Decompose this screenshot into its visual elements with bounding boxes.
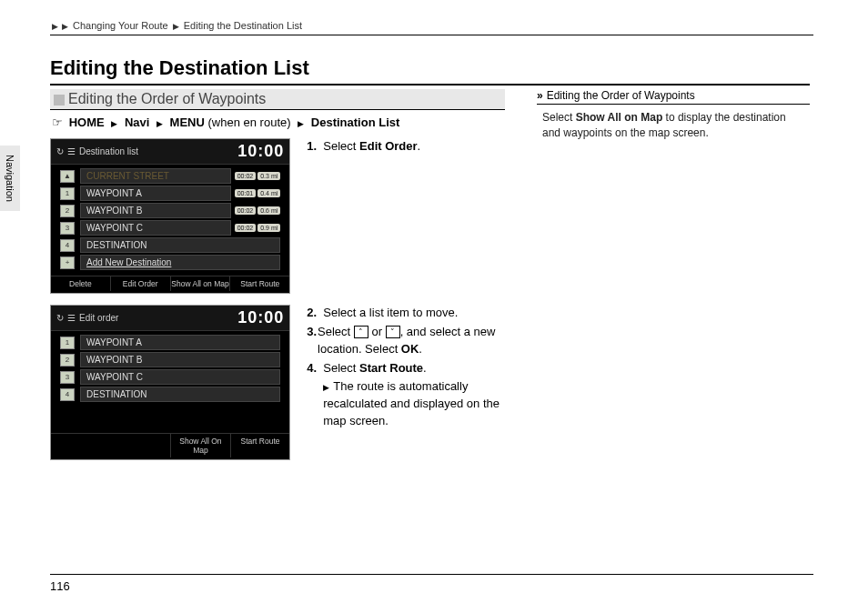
nav-path: HOME Navi MENU (when en route) Destinati… (52, 116, 505, 129)
back-icon: ↻ (56, 146, 64, 156)
btn-start-route: Start Route (231, 434, 290, 457)
header-rule (50, 35, 813, 35)
chevron-icon (323, 379, 333, 393)
row-num: 1 (60, 337, 75, 349)
instructions-1: 1. Select Edit Order. (290, 138, 505, 294)
breadcrumb: Changing Your Route Editing the Destinat… (50, 20, 302, 31)
list-item: WAYPOINT A (80, 186, 231, 201)
step-bold: Edit Order (359, 139, 418, 153)
screen-title: Edit order (79, 313, 118, 323)
chevron-icon (171, 20, 181, 31)
note-text: The route is automatically recalculated … (323, 379, 500, 427)
list-item: DESTINATION (80, 387, 280, 402)
list-item: DESTINATION (80, 237, 280, 253)
step-bold: Start Route (359, 361, 423, 375)
path-menu: MENU (170, 116, 205, 129)
step-text: . (418, 139, 421, 153)
row-num: 3 (60, 371, 75, 384)
step-num: 4. (307, 360, 323, 377)
step-text: . (423, 361, 427, 375)
step-num: 2. (307, 305, 323, 322)
breadcrumb-page: Editing the Destination List (184, 20, 302, 31)
path-navi: Navi (125, 116, 149, 129)
square-bullet-icon (54, 95, 65, 106)
btn-show-all: Show All On Map (171, 434, 231, 457)
double-chevron-icon (537, 89, 547, 102)
right-heading: Editing the Order of Waypoints (537, 89, 810, 105)
right-text: Select (542, 111, 576, 124)
step-text: or (368, 325, 386, 338)
screen-title: Destination list (79, 146, 138, 156)
step-text: Select (318, 325, 354, 338)
pill-dist: 0.6 mi (257, 206, 280, 215)
pill-dist: 0.3 mi (257, 172, 280, 180)
page-number: 116 (50, 579, 70, 593)
row-add: + (60, 256, 75, 269)
step-text: . (419, 342, 422, 356)
chevron-icon (107, 116, 121, 129)
current-street: CURRENT STREET (80, 168, 231, 184)
list-item: WAYPOINT B (80, 203, 231, 218)
row-marker: ▲ (60, 170, 75, 183)
chevron-icon (50, 20, 60, 31)
screenshot-edit-order: ↻ ☰ Edit order 10:00 1WAYPOINT A 2WAYPOI… (50, 305, 290, 460)
right-heading-text: Editing the Order of Waypoints (547, 89, 695, 102)
down-icon: ˅ (386, 326, 400, 338)
breadcrumb-section: Changing Your Route (73, 20, 168, 31)
chevron-icon (153, 116, 167, 129)
up-icon: ˄ (354, 326, 368, 338)
step-num: 3. (307, 324, 318, 358)
main-column: Editing the Order of Waypoints HOME Navi… (50, 89, 505, 471)
screen-row-1: ↻ ☰ Destination list 10:00 ▲CURRENT STRE… (50, 138, 505, 294)
screenshot-destination-list: ↻ ☰ Destination list 10:00 ▲CURRENT STRE… (50, 138, 290, 294)
pill-time: 00:01 (235, 189, 257, 197)
path-dest: Destination List (311, 116, 400, 129)
menu-icon: ☰ (67, 146, 76, 156)
row-num: 4 (60, 239, 75, 252)
right-column: Editing the Order of Waypoints Select Sh… (537, 89, 810, 142)
list-item: WAYPOINT B (80, 352, 280, 367)
pill-time: 00:02 (235, 172, 257, 180)
btn-edit-order: Edit Order (111, 276, 171, 291)
list-item: WAYPOINT C (80, 369, 280, 385)
pill-dist: 0.4 mi (257, 189, 280, 197)
list-item: WAYPOINT A (80, 335, 280, 350)
path-home: HOME (69, 116, 105, 129)
back-icon: ↻ (56, 313, 64, 323)
pill-dist: 0.9 mi (257, 224, 280, 232)
right-body: Select Show All on Map to display the de… (537, 110, 810, 142)
btn-start-route: Start Route (230, 276, 289, 291)
screen-row-2: ↻ ☰ Edit order 10:00 1WAYPOINT A 2WAYPOI… (50, 305, 505, 460)
page-title: Editing the Destination List (50, 56, 810, 85)
step-text: Select (323, 139, 359, 153)
chevron-icon (60, 20, 70, 31)
list-item: WAYPOINT C (80, 220, 231, 236)
clock: 10:00 (237, 308, 284, 327)
row-num: 2 (60, 354, 75, 367)
side-tab-navigation: Navigation (0, 146, 20, 211)
pill-time: 00:02 (235, 224, 257, 232)
step-bold: OK (401, 342, 419, 356)
clock: 10:00 (237, 142, 284, 161)
row-num: 3 (60, 222, 75, 235)
btn-delete: Delete (51, 276, 111, 291)
add-destination: Add New Destination (80, 255, 280, 270)
row-num: 4 (60, 388, 75, 401)
row-num: 2 (60, 205, 75, 217)
step-text: Select a list item to move. (323, 305, 458, 322)
btn-show-all: Show All on Map (171, 276, 231, 291)
sub-heading: Editing the Order of Waypoints (50, 89, 505, 110)
step-text: Select (323, 361, 359, 375)
menu-icon: ☰ (67, 313, 76, 323)
step-num: 1. (307, 138, 323, 156)
right-bold: Show All on Map (576, 111, 663, 124)
finger-icon (52, 116, 66, 129)
btn-spacer (51, 434, 171, 457)
chevron-icon (294, 116, 308, 129)
footer-rule (50, 574, 813, 575)
pill-time: 00:02 (235, 206, 257, 215)
instructions-2: 2.Select a list item to move. 3. Select … (290, 305, 505, 460)
sub-heading-text: Editing the Order of Waypoints (68, 91, 266, 106)
path-paren: (when en route) (208, 116, 291, 129)
row-num: 1 (60, 187, 75, 200)
